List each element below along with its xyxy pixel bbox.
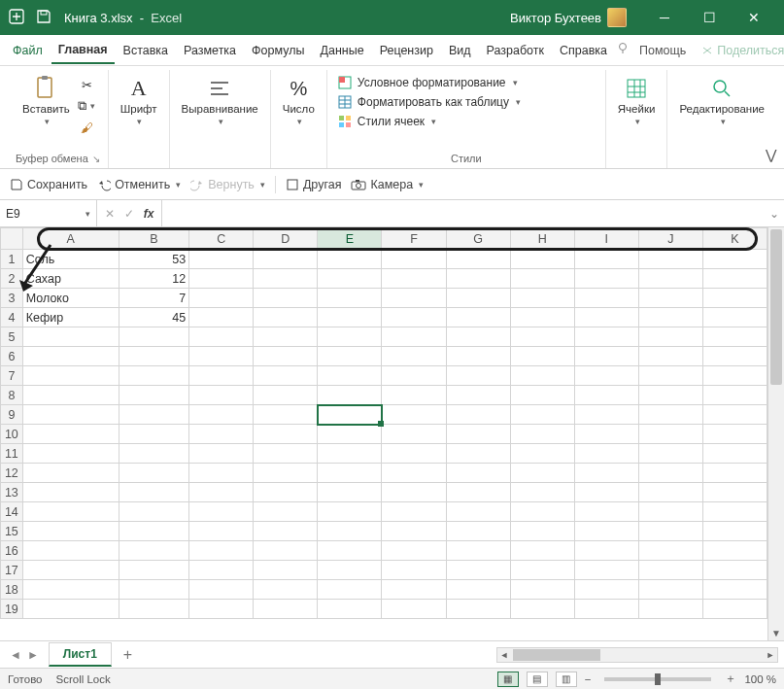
cell[interactable]	[638, 289, 702, 308]
cell[interactable]	[189, 347, 254, 366]
cell[interactable]	[382, 250, 446, 269]
cell[interactable]	[510, 483, 574, 502]
cell[interactable]	[574, 483, 638, 502]
cell[interactable]	[702, 444, 767, 464]
cell[interactable]	[382, 600, 446, 619]
cell[interactable]: 53	[119, 250, 188, 269]
row-header[interactable]: 9	[1, 405, 23, 425]
cell[interactable]	[574, 561, 638, 580]
cell[interactable]	[510, 522, 574, 541]
cell[interactable]	[22, 347, 119, 366]
cell[interactable]	[446, 308, 510, 327]
cell[interactable]	[574, 580, 638, 600]
cell[interactable]	[189, 600, 254, 619]
cell[interactable]	[119, 600, 188, 619]
cell[interactable]	[702, 327, 767, 347]
cell[interactable]	[22, 541, 119, 561]
cell[interactable]	[254, 347, 318, 366]
row-header[interactable]: 1	[1, 250, 23, 269]
cell[interactable]: Молоко	[22, 289, 119, 308]
cell[interactable]	[189, 366, 254, 386]
cell[interactable]	[702, 600, 767, 619]
cell[interactable]	[189, 444, 254, 464]
scrollbar-thumb[interactable]	[513, 649, 600, 661]
cell[interactable]	[254, 405, 318, 425]
number-button[interactable]: % Число ▾	[279, 74, 319, 128]
cell[interactable]	[446, 502, 510, 522]
row-header[interactable]: 15	[1, 522, 23, 541]
cell[interactable]	[318, 269, 382, 289]
cell[interactable]	[119, 347, 188, 366]
user-account[interactable]: Виктор Бухтеев	[510, 8, 627, 27]
alignment-button[interactable]: Выравнивание ▾	[178, 74, 262, 128]
cell[interactable]	[22, 366, 119, 386]
cell[interactable]: Кефир	[22, 308, 119, 327]
cell[interactable]	[638, 483, 702, 502]
cell[interactable]	[702, 580, 767, 600]
new-sheet-button[interactable]: +	[112, 646, 144, 664]
scroll-right-icon[interactable]: ►	[764, 648, 777, 662]
row-header[interactable]: 18	[1, 580, 23, 600]
cell[interactable]	[318, 425, 382, 444]
enter-formula-icon[interactable]: ✓	[120, 207, 138, 221]
cell[interactable]	[446, 444, 510, 464]
cell[interactable]	[189, 425, 254, 444]
tell-me-icon[interactable]	[616, 42, 630, 58]
tab-nav-next-icon[interactable]: ►	[27, 648, 39, 662]
format-painter-icon[interactable]: 🖌	[78, 119, 97, 136]
cell[interactable]	[638, 580, 702, 600]
cell[interactable]	[702, 347, 767, 366]
cell[interactable]	[702, 502, 767, 522]
qat-redo[interactable]: Вернуть▾	[190, 178, 265, 191]
cell[interactable]	[119, 464, 188, 483]
tab-review[interactable]: Рецензир	[373, 38, 440, 63]
column-header[interactable]: H	[510, 228, 574, 250]
cell[interactable]	[119, 561, 188, 580]
cell-styles-button[interactable]: Стили ячеек▾	[335, 113, 438, 130]
column-header[interactable]: A	[22, 228, 119, 250]
cell[interactable]	[382, 444, 446, 464]
cell[interactable]	[510, 580, 574, 600]
cell[interactable]	[318, 444, 382, 464]
cell[interactable]	[574, 269, 638, 289]
cell[interactable]	[189, 541, 254, 561]
cell[interactable]	[510, 269, 574, 289]
column-header[interactable]: I	[574, 228, 638, 250]
cell[interactable]	[702, 464, 767, 483]
tab-developer[interactable]: Разработк	[480, 38, 551, 63]
cell[interactable]	[318, 541, 382, 561]
cell[interactable]	[446, 541, 510, 561]
cell[interactable]	[189, 561, 254, 580]
cell[interactable]	[318, 580, 382, 600]
cell[interactable]	[22, 600, 119, 619]
column-header[interactable]: J	[638, 228, 702, 250]
cell[interactable]	[574, 522, 638, 541]
cell[interactable]	[702, 289, 767, 308]
cell[interactable]	[318, 308, 382, 327]
cell[interactable]	[254, 541, 318, 561]
cell[interactable]	[574, 366, 638, 386]
cell[interactable]	[22, 561, 119, 580]
cell[interactable]	[254, 250, 318, 269]
cell[interactable]	[574, 386, 638, 405]
sheet-tab[interactable]: Лист1	[49, 642, 112, 667]
spreadsheet-grid[interactable]: ABCDEFGHIJK 1Соль532Сахар123Молоко74Кефи…	[0, 227, 767, 640]
tab-home[interactable]: Главная	[51, 37, 115, 64]
select-all-corner[interactable]	[1, 228, 23, 250]
editing-button[interactable]: Редактирование ▾	[675, 74, 768, 128]
cell[interactable]	[254, 386, 318, 405]
cell[interactable]	[446, 405, 510, 425]
column-header[interactable]: D	[254, 228, 318, 250]
view-page-break-button[interactable]: ▥	[556, 672, 577, 687]
close-button[interactable]: ✕	[732, 0, 776, 35]
cell[interactable]	[254, 561, 318, 580]
column-header[interactable]: C	[189, 228, 254, 250]
cell[interactable]	[318, 561, 382, 580]
cell[interactable]	[318, 483, 382, 502]
cell[interactable]	[119, 502, 188, 522]
cell[interactable]	[119, 405, 188, 425]
row-header[interactable]: 19	[1, 600, 23, 619]
fx-icon[interactable]: fx	[140, 207, 157, 221]
cell[interactable]	[446, 269, 510, 289]
vertical-scrollbar[interactable]: ▲ ▼	[767, 227, 784, 640]
